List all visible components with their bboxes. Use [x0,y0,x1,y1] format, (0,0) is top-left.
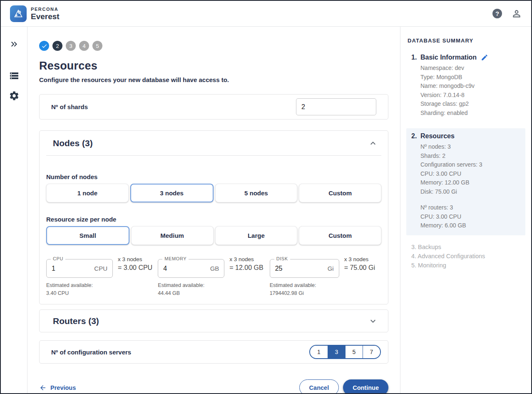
cancel-button[interactable]: Cancel [299,379,339,393]
summary-section-resources: 2. Resources Nº nodes: 3 Shards: 2 Confi… [406,128,525,235]
disk-estimated-value: 1794402.98 Gi [270,289,381,297]
routers-accordion-header[interactable]: Routers (3) [40,310,388,332]
chevron-up-icon [368,138,378,148]
continue-button[interactable]: Continue [343,379,388,393]
brand-percona-label: PERCONA [31,7,60,12]
step-2-active[interactable]: 2 [52,41,62,51]
disk-multiplier-total: = 75.00 Gi [344,264,375,272]
shards-input[interactable] [296,98,376,115]
step-1-done[interactable] [39,41,49,51]
help-icon[interactable]: ? [492,9,502,18]
memory-field: MEMORY GB [158,259,224,278]
config-servers-option-7[interactable]: 7 [363,346,380,358]
summary-group-gap [420,196,521,203]
summary-item-shards: Shards: 2 [420,152,521,161]
config-servers-option-3-selected[interactable]: 3 [328,346,345,358]
summary-item-disk: Disk: 75.00 Gi [420,187,521,197]
summary-step-monitoring: 5. Monitoring [411,261,525,270]
size-option-custom[interactable]: Custom [299,226,381,245]
disk-unit-adornment: Gi [328,265,334,272]
cpu-input[interactable] [52,265,94,272]
disk-estimated-label: Estimated available: [270,282,381,289]
nodes-accordion-header[interactable]: Nodes (3) [40,131,388,155]
node-option-custom[interactable]: Custom [299,184,381,202]
cpu-multiplier-total: = 3.00 CPU [118,264,152,272]
brand-everest-label: Everest [31,12,60,20]
disk-input[interactable] [275,265,328,272]
nodes-accordion-body: Number of nodes 1 node 3 nodes 5 nodes C… [40,156,388,304]
node-option-3-selected[interactable]: 3 nodes [130,184,214,202]
wizard-actions: Previous Cancel Continue [39,379,388,393]
page-subtitle: Configure the resources your new databas… [39,76,388,83]
resource-size-label: Resource size per node [46,216,381,223]
nodes-accordion-title: Nodes (3) [53,138,93,148]
node-option-1[interactable]: 1 node [46,184,129,202]
brand-text: PERCONA Everest [31,7,60,20]
config-servers-option-5[interactable]: 5 [345,346,363,358]
memory-multiplier-nodes: x 3 nodes [229,256,263,262]
user-account-icon[interactable] [511,8,522,19]
size-option-medium[interactable]: Medium [131,226,214,245]
memory-input[interactable] [163,265,210,272]
memory-estimated: Estimated available: 44.44 GB [158,282,269,297]
node-option-5[interactable]: 5 nodes [215,184,298,202]
step-4[interactable]: 4 [79,41,89,51]
page-title: Resources [39,60,388,72]
summary-section-basic: 1. Basic Information Namespace: dev Type… [406,50,525,122]
summary-step-backups: 3. Backups [411,242,525,252]
config-servers-option-1[interactable]: 1 [310,346,328,358]
previous-link[interactable]: Previous [39,384,76,392]
cpu-estimated-value: 3.40 CPU [46,289,158,297]
shards-card: Nº of shards [39,94,388,120]
memory-field-label: MEMORY [162,256,189,261]
previous-link-label: Previous [50,384,76,391]
wizard-stepper: 2 3 4 5 [39,41,388,51]
summary-item-config-servers: Configuration servers: 3 [420,160,521,170]
summary-item-version: Version: 7.0.14-8 [420,91,521,100]
summary-item-storage-class: Storage class: gp2 [420,100,521,109]
summary-item-cpu: CPU: 3.00 CPU [420,170,521,179]
database-summary-panel: DATABASE SUMMARY 1. Basic Information Na… [400,27,531,393]
disk-estimated: Estimated available: 1794402.98 Gi [270,282,381,297]
main-content: 2 3 4 5 Resources Configure the resource… [27,27,400,393]
chevron-down-icon [368,316,378,326]
number-of-nodes-label: Number of nodes [46,173,381,180]
resource-inputs-row: CPU CPU x 3 nodes = 3.00 CPU E [46,259,381,297]
resources-section-heading: Resources [420,132,455,140]
cpu-estimated: Estimated available: 3.40 CPU [46,282,158,297]
summary-item-router-memory: Memory: 6.00 GB [420,221,521,230]
summary-item-sharding: Sharding: enabled [420,109,521,118]
config-servers-card: Nº of configuration servers 1 3 5 7 [39,340,388,364]
edit-basic-info-icon[interactable] [481,54,488,61]
resources-section-number: 2. [411,132,420,230]
disk-field: DISK Gi [270,259,339,278]
step-3[interactable]: 3 [66,41,76,51]
disk-multiplier-nodes: x 3 nodes [344,256,375,262]
config-servers-toggle-group: 1 3 5 7 [309,345,381,359]
cpu-estimated-label: Estimated available: [46,282,158,289]
arrow-left-icon [39,384,47,392]
resource-size-toggle-group: Small Medium Large Custom [46,226,381,245]
summary-disabled-steps: 3. Backups 4. Advanced Configurations 5.… [406,242,525,270]
expand-sidebar-icon[interactable] [6,36,22,52]
step-5[interactable]: 5 [92,41,102,51]
settings-nav-icon[interactable] [6,87,22,104]
summary-item-n-nodes: Nº nodes: 3 [420,142,521,152]
shards-label: Nº of shards [51,103,88,110]
nodes-accordion: Nodes (3) Number of nodes 1 node 3 nodes… [39,130,388,304]
summary-item-router-cpu: CPU: 3.00 CPU [420,212,521,222]
databases-nav-icon[interactable] [6,67,22,84]
left-nav-rail [1,27,27,393]
routers-accordion: Routers (3) [39,309,388,332]
summary-item-type: Type: MongoDB [420,73,521,82]
brand-logo[interactable]: PERCONA Everest [10,5,60,22]
check-icon [41,43,47,49]
summary-item-memory: Memory: 12.00 GB [420,178,521,187]
memory-unit-adornment: GB [210,265,219,272]
top-bar: PERCONA Everest ? [1,1,531,27]
size-option-small-selected[interactable]: Small [46,226,129,245]
size-option-large[interactable]: Large [215,226,298,245]
cpu-multiplier: x 3 nodes = 3.00 CPU [118,256,152,272]
disk-field-label: DISK [274,256,290,261]
basic-section-number: 1. [411,54,420,117]
